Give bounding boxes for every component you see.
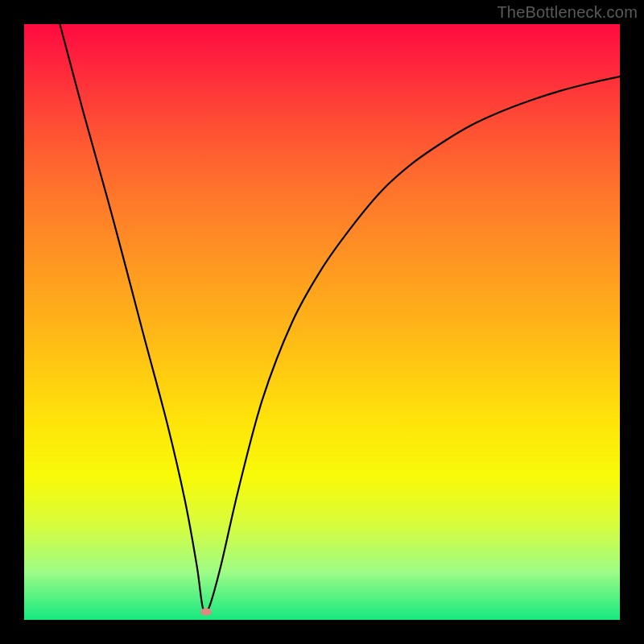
curve-layer: [24, 24, 620, 620]
watermark-text: TheBottleneck.com: [497, 3, 638, 22]
minimum-marker: [200, 609, 212, 616]
chart-frame: TheBottleneck.com: [0, 0, 644, 644]
plot-area: [24, 24, 620, 620]
bottleneck-curve: [60, 24, 620, 613]
